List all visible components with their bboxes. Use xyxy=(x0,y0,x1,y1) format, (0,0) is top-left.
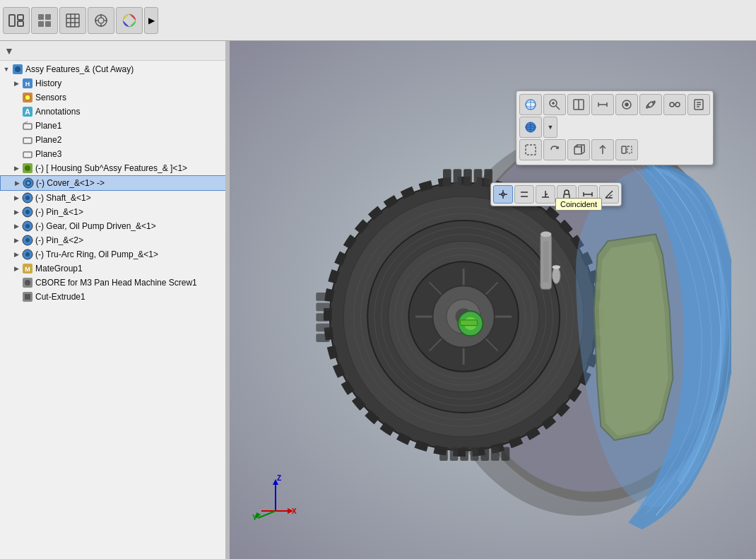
tree-item-plane3[interactable]: Plane3 xyxy=(0,147,229,161)
mategroup-label: MateGroup1 xyxy=(35,264,83,273)
gear-pump-icon xyxy=(22,220,33,232)
expand-icon: ▶ xyxy=(13,165,20,172)
link-btn[interactable] xyxy=(639,94,662,115)
svg-point-13 xyxy=(98,18,104,23)
svg-text:Y: Y xyxy=(252,514,257,522)
svg-point-42 xyxy=(25,224,30,228)
constraint-angle-btn[interactable] xyxy=(599,185,619,204)
world-btn[interactable] xyxy=(519,117,542,138)
cover-icon xyxy=(23,177,34,189)
cut-extrude-icon xyxy=(22,291,33,302)
svg-rect-5 xyxy=(38,21,44,27)
tree-item-pin2[interactable]: ▶ (-) Pin_&<2> xyxy=(0,233,229,247)
expand-icon: ▶ xyxy=(13,237,20,244)
svg-text:Z: Z xyxy=(277,474,281,482)
history-label: History xyxy=(35,78,61,88)
box-btn[interactable] xyxy=(567,139,590,160)
svg-rect-0 xyxy=(9,15,15,26)
annotations-icon: A xyxy=(22,106,33,117)
tree-item-plane2[interactable]: Plane2 xyxy=(0,133,229,147)
axes-svg: Z X Y xyxy=(251,472,300,522)
toolbar-expand-arrow[interactable]: ▶ xyxy=(144,7,158,34)
constraint-parallel-btn[interactable] xyxy=(514,185,534,204)
notes-btn[interactable] xyxy=(687,94,710,115)
mategroup-icon: M xyxy=(22,263,33,274)
tree-root[interactable]: ▼ Assy Features_& (Cut Away) xyxy=(0,62,229,76)
main-area: ▼ ▼ Assy Features_& (Cut Away) ▶ xyxy=(0,41,756,559)
resize-handle[interactable] xyxy=(225,41,229,559)
svg-rect-1 xyxy=(18,15,23,20)
svg-point-134 xyxy=(502,193,504,196)
section-view-btn[interactable] xyxy=(567,94,590,115)
coincident-label: Coincident xyxy=(560,200,597,208)
svg-point-40 xyxy=(25,210,30,214)
filter-bar: ▼ xyxy=(0,41,229,61)
tree-item-plane1[interactable]: Plane1 xyxy=(0,119,229,133)
cbore-label: CBORE for M3 Pan Head Machine Screw1 xyxy=(35,278,197,288)
cut-extrude-label: Cut-Extrude1 xyxy=(35,292,85,302)
svg-point-24 xyxy=(25,95,30,100)
sensors-label: Sensors xyxy=(35,93,66,102)
svg-text:M: M xyxy=(25,266,30,273)
zoom-btn[interactable] xyxy=(543,94,566,115)
chevron-right-icon: ▶ xyxy=(148,16,155,25)
tree-item-cut-extrude[interactable]: Cut-Extrude1 xyxy=(0,290,229,304)
color-button[interactable] xyxy=(116,7,143,34)
housing-label: (-) [ Housing Sub^Assy Features_& ]<1> xyxy=(35,163,187,173)
gear-pump-label: (-) Gear, Oil Pump Driven_&<1> xyxy=(35,221,156,231)
tree-item-history[interactable]: ▶ H History xyxy=(0,76,229,90)
root-label: Assy Features_& (Cut Away) xyxy=(25,64,134,74)
tree-item-gear-pump[interactable]: ▶ (-) Gear, Oil Pump Driven_&<1> xyxy=(0,219,229,233)
chain-btn[interactable] xyxy=(663,94,686,115)
measure-btn[interactable] xyxy=(591,94,614,115)
filter-icon: ▼ xyxy=(4,45,14,57)
svg-point-38 xyxy=(25,196,30,200)
constraint-coincident-btn[interactable] xyxy=(493,185,513,204)
svg-rect-130 xyxy=(622,146,626,153)
target-button[interactable] xyxy=(88,7,114,34)
expand-icon: ▶ xyxy=(13,223,20,230)
svg-point-36 xyxy=(27,182,30,184)
svg-rect-125 xyxy=(526,145,536,155)
tree-item-shaft[interactable]: ▶ (-) Shaft_&<1> xyxy=(0,191,229,205)
svg-point-113 xyxy=(625,103,628,106)
arrow-btn[interactable] xyxy=(591,139,614,160)
toolbar-row-1 xyxy=(519,94,710,115)
tree-item-mategroup[interactable]: ▶ M MateGroup1 xyxy=(0,261,229,276)
expand-icon: ▶ xyxy=(13,251,20,258)
svg-rect-31 xyxy=(23,152,32,158)
cover-label: (-) Cover_&<1> -> xyxy=(36,178,105,188)
properties-btn[interactable] xyxy=(615,94,638,115)
sensors-icon xyxy=(22,92,33,103)
viewport[interactable]: ▼ xyxy=(230,41,756,559)
dropdown-arrow-btn[interactable]: ▼ xyxy=(543,117,557,138)
tree-item-pin1[interactable]: ▶ (-) Pin_&<1> xyxy=(0,205,229,219)
tree-item-housing[interactable]: ▶ (-) [ Housing Sub^Assy Features_& ]<1> xyxy=(0,161,229,175)
tree-item-sensors[interactable]: Sensors xyxy=(0,90,229,105)
left-panel: ▼ ▼ Assy Features_& (Cut Away) ▶ xyxy=(0,41,230,559)
rotate-btn[interactable] xyxy=(543,139,566,160)
pin1-label: (-) Pin_&<1> xyxy=(35,207,83,217)
svg-line-104 xyxy=(556,106,560,110)
select-btn[interactable] xyxy=(519,139,542,160)
list-button[interactable] xyxy=(31,7,58,34)
svg-point-46 xyxy=(25,252,30,257)
plane1-icon xyxy=(22,120,33,131)
svg-point-33 xyxy=(25,165,30,171)
home-button[interactable] xyxy=(3,7,30,34)
grid-button[interactable] xyxy=(59,7,86,34)
svg-rect-114 xyxy=(670,102,674,107)
flip-btn[interactable] xyxy=(615,139,638,160)
shaft-icon xyxy=(22,192,33,204)
svg-rect-3 xyxy=(38,14,44,20)
toolbar-row-3 xyxy=(519,139,710,160)
tree-item-annotations[interactable]: A Annotations xyxy=(0,105,229,119)
tree-item-cover[interactable]: ▶ (-) Cover_&<1> -> xyxy=(0,175,229,191)
constraint-perpendicular-btn[interactable] xyxy=(536,185,555,204)
svg-rect-6 xyxy=(45,21,51,27)
tree-item-cbore[interactable]: CBORE for M3 Pan Head Machine Screw1 xyxy=(0,276,229,290)
view-orientation-btn[interactable] xyxy=(519,94,542,115)
history-icon: H xyxy=(22,78,33,89)
tree-item-tru-arc[interactable]: ▶ (-) Tru-Arc Ring, Oil Pump_&<1> xyxy=(0,247,229,261)
annotations-label: Annotations xyxy=(35,107,80,117)
